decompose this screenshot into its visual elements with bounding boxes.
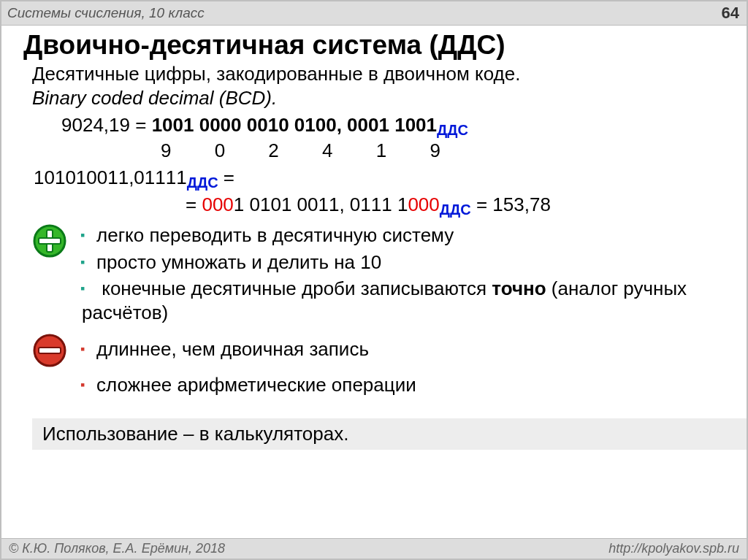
footer-left: © К.Ю. Поляков, Е.А. Ерёмин, 2018 xyxy=(9,541,225,556)
footer-bar: © К.Ю. Поляков, Е.А. Ерёмин, 2018 http:/… xyxy=(1,538,747,559)
ex1-sub: ДДС xyxy=(437,122,468,138)
plus-icon xyxy=(32,222,70,258)
pros3-bold: точно xyxy=(492,277,546,299)
example1-line: 9024,19 = 1001 0000 0010 0100, 0001 1001… xyxy=(32,112,725,138)
minus-icon xyxy=(32,331,70,368)
intro-en: Binary coded decimal (BCD). xyxy=(32,86,725,110)
pros-item: просто умножать и делить на 10 xyxy=(82,249,725,276)
cons-item: сложнее арифметические операции xyxy=(82,367,416,403)
usage-box: Использование – в калькуляторах. xyxy=(32,418,747,450)
ex2-result: = 153,78 xyxy=(471,193,551,215)
slide-title: Двоично-десятичная система (ДДС) xyxy=(1,26,747,62)
footer-right: http://kpolyakov.spb.ru xyxy=(608,541,739,556)
ex2-sub1: ДДС xyxy=(187,174,218,191)
slide: Системы счисления, 10 класс 64 Двоично-д… xyxy=(0,0,748,560)
intro-ru: Десятичные цифры, закодированные в двоич… xyxy=(32,62,725,86)
example2-line1: 101010011,01111ДДС = xyxy=(32,164,725,191)
ex1-lhs: 9024,19 = xyxy=(61,114,152,136)
ex2-lhs: 101010011,01111 xyxy=(34,166,187,188)
pros-item: конечные десятичные дроби записываются т… xyxy=(82,275,725,326)
example1-digits: 9 0 2 4 1 9 xyxy=(32,138,725,164)
cons-block: длиннее, чем двоичная запись сложнее ари… xyxy=(32,331,725,402)
header-bar: Системы счисления, 10 класс 64 xyxy=(1,1,747,26)
ex2-eq: = xyxy=(218,166,234,188)
pros-list: легко переводить в десятичную систему пр… xyxy=(77,222,725,326)
pros-block: легко переводить в десятичную систему пр… xyxy=(32,222,725,326)
page-number: 64 xyxy=(722,4,739,23)
pros-item: легко переводить в десятичную систему xyxy=(82,222,725,249)
intro-block: Десятичные цифры, закодированные в двоич… xyxy=(1,62,747,110)
ex2-red2: 000 xyxy=(408,193,439,215)
examples-block: 9024,19 = 1001 0000 0010 0100, 0001 1001… xyxy=(1,110,747,218)
lists-block: легко переводить в десятичную систему пр… xyxy=(1,218,747,408)
svg-rect-4 xyxy=(39,348,61,353)
pros3-pre: конечные десятичные дроби записываются xyxy=(102,277,492,299)
ex1-bcd: 1001 0000 0010 0100, 0001 1001 xyxy=(152,114,437,136)
example2-line2: = 0001 0101 0011, 0111 1000ДДС = 153,78 xyxy=(32,191,725,218)
svg-rect-2 xyxy=(39,238,61,244)
ex2-sub2: ДДС xyxy=(440,202,471,218)
ex2-mid: 1 0101 0011, 0111 1 xyxy=(234,193,408,215)
ex2-red1: 000 xyxy=(202,193,233,215)
cons-list: длиннее, чем двоичная запись сложнее ари… xyxy=(77,331,416,402)
ex2-prefix: = xyxy=(186,193,202,215)
course-label: Системы счисления, 10 класс xyxy=(7,5,205,21)
cons-item: длиннее, чем двоичная запись xyxy=(82,331,416,367)
